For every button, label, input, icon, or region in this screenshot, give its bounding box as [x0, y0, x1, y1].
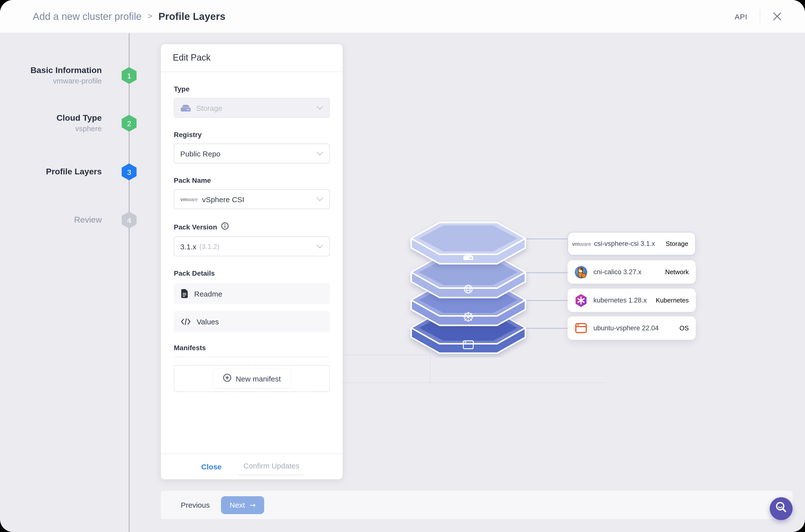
close-button[interactable]: Close [199, 459, 224, 474]
breadcrumb: Add a new cluster profile > Profile Laye… [33, 11, 226, 22]
layer-category: Network [665, 268, 689, 276]
edit-pack-panel: Edit Pack Type Storage [161, 44, 343, 479]
layer-category: OS [679, 324, 689, 332]
layer-name: kubernetes 1.28.x [593, 297, 647, 304]
pack-name-label: Pack Name [174, 176, 330, 184]
breadcrumb-parent[interactable]: Add a new cluster profile [33, 11, 141, 22]
pack-details-label: Pack Details [174, 269, 330, 277]
info-icon[interactable] [221, 222, 229, 231]
step-badge-2[interactable]: 2 [122, 115, 137, 132]
code-icon [181, 318, 191, 325]
app-stage: Add a new cluster profile > Profile Laye… [0, 0, 805, 532]
wizard-footer: Previous Next → [161, 491, 792, 519]
ubuntu-window-icon [574, 323, 588, 334]
pack-version-value: 3.1.x [180, 242, 196, 251]
chevron-down-icon [317, 106, 323, 110]
layer-card-network[interactable]: cni-calico 3.27.x Network [568, 260, 696, 284]
previous-button[interactable]: Previous [175, 497, 216, 513]
pack-version-select[interactable]: 3.1.x (3.1.2) [174, 236, 330, 256]
values-row[interactable]: Values [174, 311, 330, 332]
vmware-wordmark: vmware [180, 196, 198, 202]
step-badge-4[interactable]: 4 [122, 212, 137, 228]
layer-category: Kubernetes [656, 297, 689, 304]
layer-card-kubernetes[interactable]: kubernetes 1.28.x Kubernetes [568, 289, 696, 312]
type-select[interactable]: Storage [174, 98, 330, 118]
layer-stack-illustration [392, 209, 546, 358]
breadcrumb-separator: > [148, 12, 152, 21]
search-fab[interactable] [770, 497, 792, 520]
header-actions: API [735, 10, 782, 23]
manifests-dropzone: New manifest [174, 365, 330, 392]
background-line [328, 382, 606, 383]
pack-name-select[interactable]: vmware vSphere CSI [174, 189, 330, 209]
calico-logo [574, 265, 588, 279]
edit-pack-footer: Close Confirm Updates [161, 454, 343, 479]
layer-card-os[interactable]: ubuntu-vsphere 22.04 OS [568, 317, 696, 340]
background-line [430, 355, 430, 382]
pack-name-value: vSphere CSI [202, 195, 244, 204]
step-title: Basic Information [0, 65, 102, 76]
new-manifest-label: New manifest [236, 374, 281, 383]
readme-label: Readme [194, 289, 222, 298]
header-divider [760, 10, 760, 23]
storage-layer-slab [411, 223, 525, 264]
step-badge-3[interactable]: 3 [122, 164, 137, 180]
chevron-down-icon [317, 244, 323, 248]
pack-version-hint: (3.1.2) [199, 242, 219, 250]
sidebar-step-profile-layers[interactable]: Profile Layers [0, 166, 102, 177]
close-icon[interactable] [773, 12, 782, 21]
pack-version-label: Pack Version [174, 223, 217, 231]
kubernetes-logo [574, 293, 588, 307]
step-title: Review [0, 214, 102, 226]
edit-pack-title: Edit Pack [161, 44, 343, 72]
layer-name: csi-vsphere-csi 3.1.x [594, 240, 655, 247]
edit-pack-form: Type Storage [161, 72, 343, 454]
layer-card-storage[interactable]: vmware csi-vsphere-csi 3.1.x Storage [568, 232, 696, 255]
manifests-label: Manifests [174, 344, 330, 352]
wizard-header: Add a new cluster profile > Profile Laye… [0, 0, 805, 33]
values-label: Values [197, 317, 219, 326]
manifests-divider [174, 357, 330, 357]
next-button[interactable]: Next → [221, 496, 264, 514]
sidebar-step-cloud-type[interactable]: Cloud Type vsphere [0, 113, 102, 134]
vmware-wordmark: vmware [575, 241, 589, 247]
readme-row[interactable]: Readme [174, 283, 330, 304]
wizard-window: Add a new cluster profile > Profile Laye… [0, 0, 805, 532]
registry-select[interactable]: Public Repo [174, 144, 330, 164]
type-label: Type [174, 85, 330, 93]
type-value: Storage [196, 103, 222, 112]
chevron-down-icon [317, 197, 323, 201]
arrow-right-icon: → [249, 500, 255, 509]
next-button-label: Next [230, 501, 245, 509]
sidebar-step-basic-information[interactable]: Basic Information vmware-profile [0, 65, 102, 86]
layer-name: ubuntu-vsphere 22.04 [593, 324, 659, 332]
step-title: Profile Layers [0, 166, 102, 177]
step-subtitle: vsphere [0, 124, 102, 134]
chevron-down-icon [317, 152, 323, 155]
new-manifest-button[interactable]: New manifest [213, 369, 290, 388]
layer-category: Storage [666, 240, 688, 247]
registry-value: Public Repo [180, 149, 221, 158]
registry-label: Registry [174, 131, 330, 138]
api-button[interactable]: API [735, 12, 747, 21]
step-title: Cloud Type [0, 113, 102, 124]
plus-circle-icon [223, 374, 231, 383]
layer-name: cni-calico 3.27.x [593, 268, 641, 276]
page-title: Profile Layers [158, 11, 226, 22]
sidebar-step-review[interactable]: Review [0, 214, 102, 226]
search-icon [774, 500, 789, 517]
confirm-updates-button[interactable]: Confirm Updates [238, 458, 304, 475]
storage-drive-icon [180, 103, 191, 112]
stepper-line [129, 33, 130, 532]
kubernetes-wheel-icon [463, 312, 474, 322]
document-icon [181, 289, 188, 298]
step-subtitle: vmware-profile [0, 76, 102, 86]
step-badge-1[interactable]: 1 [122, 67, 137, 84]
